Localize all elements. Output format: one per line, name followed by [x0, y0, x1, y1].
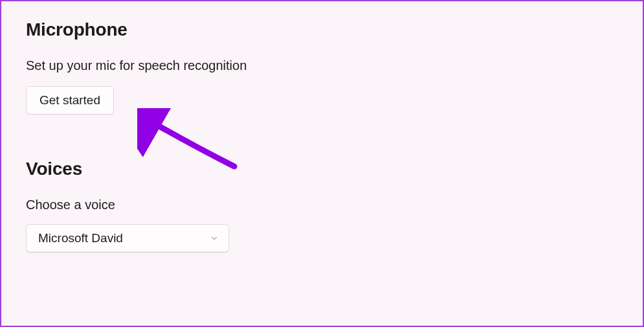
microphone-heading: Microphone — [26, 19, 618, 40]
chevron-down-icon — [209, 233, 219, 243]
choose-voice-label: Choose a voice — [26, 197, 618, 212]
voice-dropdown[interactable]: Microsoft David — [26, 224, 229, 253]
voice-selected-value: Microsoft David — [38, 231, 123, 245]
get-started-button[interactable]: Get started — [26, 86, 114, 115]
get-started-label: Get started — [39, 93, 100, 107]
voices-heading: Voices — [26, 159, 618, 179]
microphone-description: Set up your mic for speech recognition — [26, 58, 618, 73]
